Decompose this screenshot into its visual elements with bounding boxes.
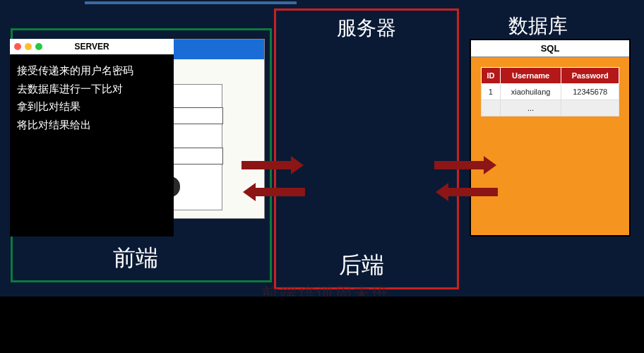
server-body: 接受传递来的用户名密码 去数据库进行一下比对 拿到比对结果 将比对结果给出: [10, 54, 174, 140]
cell-password: 12345678: [561, 84, 619, 100]
arrow-right-icon: [242, 161, 291, 169]
server-line: 拿到比对结果: [17, 97, 167, 116]
server-title: 服务器: [276, 11, 457, 46]
cell-id: 1: [482, 84, 501, 100]
arrow-frontend-backend: [242, 161, 305, 196]
database-table: ID Username Password 1 xiaohuilang 12345…: [481, 67, 619, 116]
database-window-title: SQL: [541, 43, 560, 54]
close-icon[interactable]: [14, 43, 21, 50]
col-username: Username: [500, 68, 561, 84]
frontend-label: 前端: [113, 243, 158, 274]
database-titlebar: SQL: [471, 40, 629, 57]
cell-username: xiaohuilang: [500, 84, 561, 100]
server-line: 去数据库进行一下比对: [17, 80, 167, 98]
arrow-backend-database: [434, 161, 498, 196]
arrow-left-icon: [256, 188, 305, 196]
server-line: 将比对结果给出: [17, 116, 167, 134]
server-line: 接受传递来的用户名密码: [17, 61, 167, 80]
server-titlebar: SERVER: [10, 39, 174, 54]
table-header-row: ID Username Password: [482, 68, 619, 84]
database-window: SQL ID Username Password 1 xiaohuilang 1…: [470, 39, 631, 237]
cell-password: [561, 100, 619, 116]
diagram: Chrome 用户名 密 码 登 录 服务器 SERVER: [0, 0, 644, 297]
cell-id: [482, 100, 501, 116]
backend-label: 后端: [339, 250, 384, 281]
table-row: ...: [482, 100, 619, 116]
arrow-left-icon: [448, 188, 498, 196]
database-title: 数据库: [508, 13, 568, 40]
bottom-bar: [0, 297, 644, 353]
maximize-icon[interactable]: [35, 43, 42, 50]
col-password: Password: [561, 68, 619, 84]
col-id: ID: [482, 68, 501, 84]
backend-panel: 服务器: [274, 8, 459, 289]
cell-username: ...: [500, 100, 561, 116]
table-row: 1 xiaohuilang 12345678: [482, 84, 619, 100]
arrow-right-icon: [434, 161, 484, 169]
server-window-title: SERVER: [74, 42, 109, 52]
minimize-icon[interactable]: [25, 43, 32, 50]
server-window: SERVER 接受传递来的用户名密码 去数据库进行一下比对 拿到比对结果 将比对…: [10, 39, 174, 237]
server-traffic-lights: [14, 43, 42, 50]
